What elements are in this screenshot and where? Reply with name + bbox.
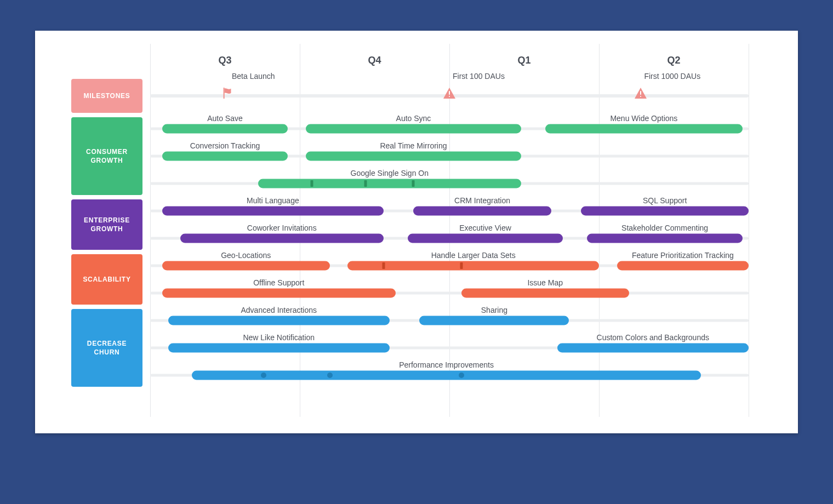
task-bar[interactable]: Offline Support bbox=[162, 289, 396, 298]
task-label: Sharing bbox=[481, 306, 507, 314]
task-bar[interactable]: Auto Save bbox=[162, 124, 288, 134]
progress-tick bbox=[412, 180, 415, 187]
milestone-label: First 1000 DAUs bbox=[644, 72, 700, 81]
quarter-divider bbox=[749, 44, 749, 417]
task-row: Conversion TrackingReal Time Mirroring bbox=[150, 142, 749, 170]
task-bar[interactable]: CRM Integration bbox=[413, 207, 551, 216]
svg-rect-3 bbox=[640, 96, 641, 97]
task-row: Coworker InvitationsExecutive ViewStakeh… bbox=[150, 225, 749, 252]
task-bar[interactable]: Stakeholder Commenting bbox=[587, 234, 743, 243]
task-bar[interactable]: SQL Support bbox=[581, 207, 749, 216]
lane-label-consumer_growth[interactable]: CONSUMER GROWTH bbox=[71, 117, 142, 195]
task-bar[interactable]: Advanced Interactions bbox=[168, 316, 390, 325]
task-row: Advanced InteractionsSharing bbox=[150, 307, 749, 334]
task-label: Feature Prioritization Tracking bbox=[632, 251, 734, 260]
task-row: New Like NotificationCustom Colors and B… bbox=[150, 334, 749, 362]
task-label: Multi Language bbox=[247, 196, 299, 205]
svg-rect-1 bbox=[449, 96, 450, 97]
lane-label-enterprise_growth[interactable]: ENTERPRISE GROWTH bbox=[71, 199, 142, 250]
task-bar[interactable]: Conversion Tracking bbox=[162, 152, 288, 161]
task-label: Executive View bbox=[459, 224, 511, 232]
progress-tick bbox=[364, 180, 367, 187]
progress-dot bbox=[261, 373, 266, 378]
milestone-marker[interactable]: First 100 DAUs bbox=[443, 87, 456, 99]
task-bar[interactable]: Coworker Invitations bbox=[180, 234, 384, 243]
task-label: Auto Sync bbox=[396, 114, 431, 123]
task-row: Performance Improvements bbox=[150, 362, 749, 389]
progress-dot bbox=[459, 373, 464, 378]
alert-icon bbox=[634, 87, 647, 99]
task-bar[interactable]: Performance Improvements bbox=[192, 371, 700, 380]
task-bar[interactable]: New Like Notification bbox=[168, 343, 390, 353]
task-label: Conversion Tracking bbox=[190, 141, 260, 150]
lane-label-scalability[interactable]: SCALABILITY bbox=[71, 254, 142, 305]
task-label: CRM Integration bbox=[454, 196, 510, 205]
task-label: New Like Notification bbox=[243, 333, 315, 342]
task-bar[interactable]: Feature Prioritization Tracking bbox=[617, 261, 749, 271]
task-label: Performance Improvements bbox=[399, 360, 494, 369]
svg-rect-0 bbox=[449, 91, 450, 95]
alert-icon bbox=[443, 87, 456, 99]
svg-rect-2 bbox=[640, 91, 641, 95]
task-bar[interactable]: Real Time Mirroring bbox=[306, 152, 521, 161]
flag-icon bbox=[222, 87, 234, 99]
task-label: Real Time Mirroring bbox=[380, 141, 447, 150]
task-label: Custom Colors and Backgrounds bbox=[597, 333, 709, 342]
task-label: SQL Support bbox=[643, 196, 687, 205]
task-bar[interactable]: Auto Sync bbox=[306, 124, 521, 134]
task-label: Advanced Interactions bbox=[241, 306, 317, 314]
progress-tick bbox=[460, 262, 463, 269]
task-bar[interactable]: Multi Language bbox=[162, 207, 384, 216]
task-bar[interactable]: Handle Larger Data Sets bbox=[347, 261, 599, 271]
task-label: Handle Larger Data Sets bbox=[431, 251, 516, 260]
task-bar[interactable]: Custom Colors and Backgrounds bbox=[557, 343, 749, 353]
task-bar[interactable]: Google Single Sign On bbox=[258, 179, 521, 188]
task-label: Stakeholder Commenting bbox=[621, 224, 708, 232]
milestone-label: Beta Launch bbox=[232, 72, 275, 81]
task-row: Geo-LocationsHandle Larger Data SetsFeat… bbox=[150, 252, 749, 279]
task-bar[interactable]: Issue Map bbox=[461, 289, 629, 298]
milestone-row: Beta Launch First 100 DAUs First 1000 DA… bbox=[150, 77, 749, 115]
lane-label-milestones[interactable]: MILESTONES bbox=[71, 79, 142, 113]
progress-tick bbox=[382, 262, 385, 269]
task-bar[interactable]: Executive View bbox=[408, 234, 563, 243]
task-label: Auto Save bbox=[207, 114, 243, 123]
task-row: Offline SupportIssue Map bbox=[150, 279, 749, 307]
lane-rows: Beta Launch First 100 DAUs First 1000 DA… bbox=[150, 44, 749, 417]
roadmap-card: Q3Q4Q1Q2 MILESTONESCONSUMER GROWTHENTERP… bbox=[35, 31, 798, 433]
progress-dot bbox=[327, 373, 333, 378]
task-row: Auto SaveAuto SyncMenu Wide Options bbox=[150, 115, 749, 142]
lane-label-decrease_churn[interactable]: DECREASE CHURN bbox=[71, 309, 142, 387]
task-label: Coworker Invitations bbox=[247, 224, 317, 232]
task-label: Google Single Sign On bbox=[351, 169, 429, 177]
milestone-marker[interactable]: First 1000 DAUs bbox=[634, 87, 647, 99]
task-label: Issue Map bbox=[527, 278, 563, 287]
progress-tick bbox=[310, 180, 313, 187]
milestone-marker[interactable]: Beta Launch bbox=[222, 87, 234, 99]
task-bar[interactable]: Menu Wide Options bbox=[545, 124, 743, 134]
task-label: Menu Wide Options bbox=[610, 114, 677, 123]
lane-labels: MILESTONESCONSUMER GROWTHENTERPRISE GROW… bbox=[71, 44, 142, 420]
task-bar[interactable]: Geo-Locations bbox=[162, 261, 330, 271]
task-label: Offline Support bbox=[253, 278, 304, 287]
task-label: Geo-Locations bbox=[221, 251, 271, 260]
task-row: Google Single Sign On bbox=[150, 170, 749, 197]
task-row: Multi LanguageCRM IntegrationSQL Support bbox=[150, 197, 749, 225]
task-bar[interactable]: Sharing bbox=[419, 316, 569, 325]
roadmap-chart: Q3Q4Q1Q2 MILESTONESCONSUMER GROWTHENTERP… bbox=[35, 31, 798, 433]
milestone-label: First 100 DAUs bbox=[453, 72, 505, 81]
